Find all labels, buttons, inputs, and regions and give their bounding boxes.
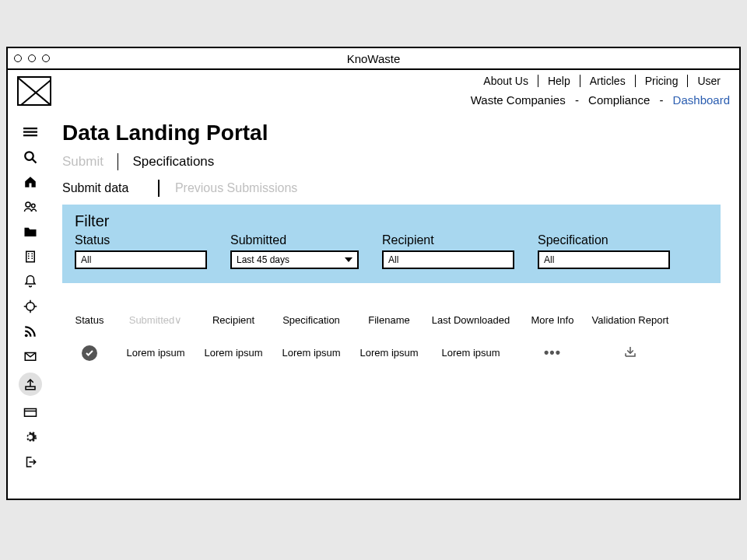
svg-line-4 bbox=[32, 159, 36, 163]
download-icon bbox=[623, 349, 637, 361]
filter-submitted: Submitted Last 45 days bbox=[230, 233, 359, 269]
filter-status-input[interactable]: All bbox=[75, 250, 207, 269]
topnav-help[interactable]: Help bbox=[538, 75, 580, 87]
window-title: KnoWaste bbox=[8, 52, 739, 65]
th-status[interactable]: Status bbox=[62, 314, 117, 326]
upload-icon[interactable] bbox=[19, 373, 42, 396]
svg-rect-2 bbox=[23, 135, 37, 136]
tab-submit[interactable]: Submit bbox=[62, 154, 117, 170]
status-ok-icon bbox=[82, 345, 97, 361]
filter-submitted-label: Submitted bbox=[230, 233, 359, 247]
rss-icon[interactable] bbox=[22, 323, 39, 340]
svg-point-19 bbox=[25, 334, 28, 337]
filter-title: Filter bbox=[75, 212, 708, 230]
th-more-info[interactable]: More Info bbox=[514, 314, 591, 326]
top-nav: About Us Help Articles Pricing User bbox=[471, 75, 730, 87]
titlebar: KnoWaste bbox=[8, 48, 739, 70]
primary-tabs: Submit Specifications bbox=[62, 153, 721, 170]
th-last-downloaded[interactable]: Last Downloaded bbox=[428, 314, 514, 326]
filter-specification-label: Specification bbox=[538, 233, 670, 247]
svg-point-3 bbox=[25, 152, 33, 160]
secondary-tabs: Submit data Previous Submissions bbox=[62, 180, 721, 197]
th-recipient[interactable]: Recipient bbox=[195, 314, 272, 326]
target-icon[interactable] bbox=[22, 298, 39, 315]
breadcrumb-item-2[interactable]: Dashboard bbox=[673, 93, 730, 107]
breadcrumb-item-0[interactable]: Waste Companies bbox=[471, 93, 566, 107]
svg-rect-22 bbox=[25, 409, 37, 417]
submissions-table: Status Submitted∨ Recipient Specificatio… bbox=[62, 314, 721, 361]
search-icon[interactable] bbox=[22, 149, 39, 166]
users-icon[interactable] bbox=[22, 198, 39, 215]
gear-icon[interactable] bbox=[22, 429, 39, 446]
cell-status bbox=[62, 345, 117, 361]
filter-status-label: Status bbox=[75, 233, 207, 247]
th-validation-report[interactable]: Validation Report bbox=[591, 314, 669, 326]
filter-submitted-select[interactable]: Last 45 days bbox=[230, 250, 359, 269]
header: About Us Help Articles Pricing User Wast… bbox=[8, 70, 739, 110]
cell-recipient: Lorem ipsum bbox=[195, 347, 272, 359]
breadcrumb-item-1[interactable]: Compliance bbox=[588, 93, 650, 107]
logout-icon[interactable] bbox=[22, 453, 39, 471]
subtab-submit-data[interactable]: Submit data bbox=[62, 181, 142, 195]
home-icon[interactable] bbox=[22, 173, 39, 191]
svg-point-6 bbox=[32, 204, 36, 208]
filter-panel: Filter Status All Submitted Last 45 days… bbox=[62, 205, 721, 283]
cell-filename: Lorem ipsum bbox=[350, 347, 428, 359]
subtab-previous[interactable]: Previous Submissions bbox=[175, 181, 311, 195]
svg-rect-1 bbox=[23, 131, 37, 133]
building-icon[interactable] bbox=[22, 248, 39, 265]
th-submitted[interactable]: Submitted∨ bbox=[117, 314, 195, 326]
tab-specifications[interactable]: Specifications bbox=[118, 154, 228, 170]
main-content: Data Landing Portal Submit Specification… bbox=[53, 110, 739, 499]
cell-last-downloaded: Lorem ipsum bbox=[428, 347, 514, 359]
filter-specification: Specification All bbox=[538, 233, 670, 269]
filter-specification-input[interactable]: All bbox=[538, 250, 670, 269]
svg-point-5 bbox=[26, 202, 30, 207]
page-title: Data Landing Portal bbox=[62, 121, 721, 145]
topnav-pricing[interactable]: Pricing bbox=[635, 75, 688, 87]
logo-placeholder bbox=[17, 76, 51, 106]
card-icon[interactable] bbox=[22, 404, 39, 421]
table-header: Status Submitted∨ Recipient Specificatio… bbox=[62, 314, 721, 326]
filter-recipient-label: Recipient bbox=[382, 233, 514, 247]
svg-rect-7 bbox=[26, 251, 35, 262]
folder-icon[interactable] bbox=[22, 223, 39, 240]
filter-recipient: Recipient All bbox=[382, 233, 514, 269]
breadcrumb: Waste Companies - Compliance - Dashboard bbox=[471, 93, 730, 107]
cell-validation-report[interactable] bbox=[591, 345, 669, 361]
th-specification[interactable]: Specification bbox=[272, 314, 350, 326]
cell-specification: Lorem ipsum bbox=[272, 347, 350, 359]
table-row: Lorem ipsum Lorem ipsum Lorem ipsum Lore… bbox=[62, 345, 721, 361]
topnav-user[interactable]: User bbox=[687, 75, 730, 87]
svg-rect-0 bbox=[23, 128, 37, 129]
filter-status: Status All bbox=[75, 233, 207, 269]
app-window: KnoWaste About Us Help Articles Pricing … bbox=[6, 47, 741, 500]
bell-icon[interactable] bbox=[22, 273, 39, 290]
th-filename[interactable]: Filename bbox=[350, 314, 428, 326]
topnav-about[interactable]: About Us bbox=[474, 75, 538, 87]
svg-point-14 bbox=[26, 303, 35, 311]
chevron-down-icon bbox=[345, 257, 352, 262]
sidebar bbox=[8, 110, 53, 499]
mail-icon[interactable] bbox=[22, 348, 39, 365]
subtab-divider bbox=[158, 180, 160, 197]
more-dots-icon: ••• bbox=[544, 345, 561, 360]
svg-rect-21 bbox=[26, 387, 35, 390]
filter-recipient-input[interactable]: All bbox=[382, 250, 514, 269]
menu-icon[interactable] bbox=[22, 124, 39, 141]
cell-more-info[interactable]: ••• bbox=[514, 345, 591, 361]
cell-submitted: Lorem ipsum bbox=[117, 347, 195, 359]
topnav-articles[interactable]: Articles bbox=[580, 75, 635, 87]
